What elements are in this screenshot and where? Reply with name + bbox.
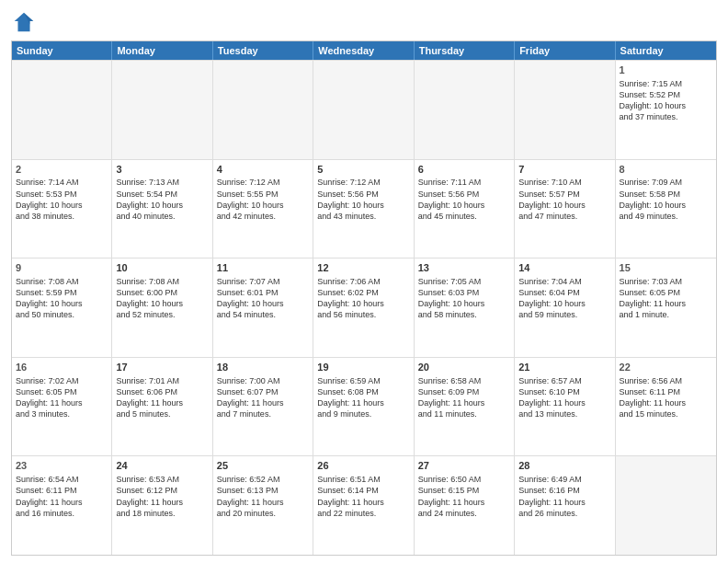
day-info: Sunrise: 6:58 AM Sunset: 6:09 PM Dayligh… xyxy=(418,376,485,419)
day-info: Sunrise: 6:53 AM Sunset: 6:12 PM Dayligh… xyxy=(116,475,183,517)
empty-cell xyxy=(313,61,414,159)
calendar: SundayMondayTuesdayWednesdayThursdayFrid… xyxy=(11,40,717,556)
day-cell-21: 21Sunrise: 6:57 AM Sunset: 6:10 PM Dayli… xyxy=(515,358,615,456)
day-info: Sunrise: 7:09 AM Sunset: 5:58 PM Dayligh… xyxy=(620,178,687,220)
day-info: Sunrise: 6:57 AM Sunset: 6:10 PM Dayligh… xyxy=(518,376,586,419)
day-cell-5: 5Sunrise: 7:12 AM Sunset: 5:56 PM Daylig… xyxy=(313,160,414,259)
day-info: Sunrise: 6:56 AM Sunset: 6:11 PM Dayligh… xyxy=(620,376,687,419)
day-number: 17 xyxy=(116,361,208,374)
day-number: 20 xyxy=(418,361,510,374)
day-number: 2 xyxy=(16,163,108,177)
header-day-tuesday: Tuesday xyxy=(213,41,313,60)
day-info: Sunrise: 6:51 AM Sunset: 6:14 PM Dayligh… xyxy=(317,475,384,517)
day-info: Sunrise: 7:04 AM Sunset: 6:04 PM Dayligh… xyxy=(518,277,586,319)
header-day-monday: Monday xyxy=(112,41,212,60)
day-cell-4: 4Sunrise: 7:12 AM Sunset: 5:55 PM Daylig… xyxy=(213,160,313,259)
day-info: Sunrise: 7:10 AM Sunset: 5:57 PM Dayligh… xyxy=(518,178,586,220)
day-info: Sunrise: 7:03 AM Sunset: 6:05 PM Dayligh… xyxy=(620,277,687,319)
day-number: 8 xyxy=(620,163,712,177)
day-info: Sunrise: 7:11 AM Sunset: 5:56 PM Dayligh… xyxy=(418,178,485,220)
day-cell-8: 8Sunrise: 7:09 AM Sunset: 5:58 PM Daylig… xyxy=(616,160,716,259)
day-cell-17: 17Sunrise: 7:01 AM Sunset: 6:06 PM Dayli… xyxy=(112,358,212,456)
day-info: Sunrise: 7:12 AM Sunset: 5:56 PM Dayligh… xyxy=(317,178,384,220)
calendar-week-5: 23Sunrise: 6:54 AM Sunset: 6:11 PM Dayli… xyxy=(12,455,716,555)
day-cell-23: 23Sunrise: 6:54 AM Sunset: 6:11 PM Dayli… xyxy=(12,456,112,555)
day-info: Sunrise: 7:08 AM Sunset: 5:59 PM Dayligh… xyxy=(16,277,83,319)
day-number: 12 xyxy=(317,261,409,275)
day-cell-1: 1Sunrise: 7:15 AM Sunset: 5:52 PM Daylig… xyxy=(616,61,716,159)
header-day-thursday: Thursday xyxy=(415,41,515,60)
day-cell-10: 10Sunrise: 7:08 AM Sunset: 6:00 PM Dayli… xyxy=(112,259,212,357)
day-cell-9: 9Sunrise: 7:08 AM Sunset: 5:59 PM Daylig… xyxy=(12,259,112,357)
day-info: Sunrise: 7:00 AM Sunset: 6:07 PM Dayligh… xyxy=(217,376,284,419)
logo xyxy=(11,9,40,35)
calendar-week-4: 16Sunrise: 7:02 AM Sunset: 6:05 PM Dayli… xyxy=(12,357,716,456)
day-cell-12: 12Sunrise: 7:06 AM Sunset: 6:02 PM Dayli… xyxy=(313,259,414,357)
day-cell-2: 2Sunrise: 7:14 AM Sunset: 5:53 PM Daylig… xyxy=(12,160,112,259)
header-day-friday: Friday xyxy=(515,41,615,60)
calendar-week-2: 2Sunrise: 7:14 AM Sunset: 5:53 PM Daylig… xyxy=(12,159,716,259)
day-info: Sunrise: 7:12 AM Sunset: 5:55 PM Dayligh… xyxy=(217,178,284,220)
day-info: Sunrise: 7:02 AM Sunset: 6:05 PM Dayligh… xyxy=(16,376,83,419)
day-number: 6 xyxy=(418,163,510,177)
day-info: Sunrise: 6:52 AM Sunset: 6:13 PM Dayligh… xyxy=(217,475,284,517)
day-cell-26: 26Sunrise: 6:51 AM Sunset: 6:14 PM Dayli… xyxy=(313,456,414,555)
day-number: 27 xyxy=(418,459,510,473)
day-info: Sunrise: 6:54 AM Sunset: 6:11 PM Dayligh… xyxy=(16,475,83,517)
day-number: 7 xyxy=(518,163,610,177)
empty-cell xyxy=(415,61,515,159)
header xyxy=(11,9,717,35)
day-number: 25 xyxy=(217,459,309,473)
day-cell-22: 22Sunrise: 6:56 AM Sunset: 6:11 PM Dayli… xyxy=(616,358,716,456)
calendar-body: 1Sunrise: 7:15 AM Sunset: 5:52 PM Daylig… xyxy=(12,60,716,555)
day-number: 4 xyxy=(217,163,309,177)
day-info: Sunrise: 7:14 AM Sunset: 5:53 PM Dayligh… xyxy=(16,178,83,220)
day-info: Sunrise: 7:07 AM Sunset: 6:01 PM Dayligh… xyxy=(217,277,284,319)
page: SundayMondayTuesdayWednesdayThursdayFrid… xyxy=(0,0,728,563)
day-number: 19 xyxy=(317,361,409,374)
day-info: Sunrise: 7:06 AM Sunset: 6:02 PM Dayligh… xyxy=(317,277,384,319)
empty-cell xyxy=(515,61,615,159)
logo-icon xyxy=(11,9,37,35)
svg-marker-0 xyxy=(15,13,34,32)
day-cell-27: 27Sunrise: 6:50 AM Sunset: 6:15 PM Dayli… xyxy=(415,456,515,555)
day-number: 28 xyxy=(518,459,610,473)
empty-cell xyxy=(112,61,212,159)
day-cell-15: 15Sunrise: 7:03 AM Sunset: 6:05 PM Dayli… xyxy=(616,259,716,357)
day-number: 9 xyxy=(16,261,108,275)
day-number: 21 xyxy=(518,361,610,374)
day-cell-19: 19Sunrise: 6:59 AM Sunset: 6:08 PM Dayli… xyxy=(313,358,414,456)
calendar-header: SundayMondayTuesdayWednesdayThursdayFrid… xyxy=(12,41,716,60)
day-cell-7: 7Sunrise: 7:10 AM Sunset: 5:57 PM Daylig… xyxy=(515,160,615,259)
day-number: 18 xyxy=(217,361,309,374)
day-info: Sunrise: 7:05 AM Sunset: 6:03 PM Dayligh… xyxy=(418,277,485,319)
day-cell-20: 20Sunrise: 6:58 AM Sunset: 6:09 PM Dayli… xyxy=(415,358,515,456)
day-cell-13: 13Sunrise: 7:05 AM Sunset: 6:03 PM Dayli… xyxy=(415,259,515,357)
empty-cell xyxy=(12,61,112,159)
day-number: 11 xyxy=(217,261,309,275)
day-number: 3 xyxy=(116,163,208,177)
day-info: Sunrise: 7:15 AM Sunset: 5:52 PM Dayligh… xyxy=(620,79,687,121)
day-number: 15 xyxy=(620,261,712,275)
day-cell-11: 11Sunrise: 7:07 AM Sunset: 6:01 PM Dayli… xyxy=(213,259,313,357)
day-number: 10 xyxy=(116,261,208,275)
day-cell-24: 24Sunrise: 6:53 AM Sunset: 6:12 PM Dayli… xyxy=(112,456,212,555)
day-cell-25: 25Sunrise: 6:52 AM Sunset: 6:13 PM Dayli… xyxy=(213,456,313,555)
day-number: 14 xyxy=(518,261,610,275)
day-info: Sunrise: 6:50 AM Sunset: 6:15 PM Dayligh… xyxy=(418,475,485,517)
day-number: 1 xyxy=(620,63,712,77)
day-info: Sunrise: 7:08 AM Sunset: 6:00 PM Dayligh… xyxy=(116,277,183,319)
day-cell-6: 6Sunrise: 7:11 AM Sunset: 5:56 PM Daylig… xyxy=(415,160,515,259)
day-number: 22 xyxy=(620,361,712,374)
day-info: Sunrise: 6:49 AM Sunset: 6:16 PM Dayligh… xyxy=(518,475,586,517)
day-cell-16: 16Sunrise: 7:02 AM Sunset: 6:05 PM Dayli… xyxy=(12,358,112,456)
day-info: Sunrise: 6:59 AM Sunset: 6:08 PM Dayligh… xyxy=(317,376,384,419)
day-number: 13 xyxy=(418,261,510,275)
day-cell-18: 18Sunrise: 7:00 AM Sunset: 6:07 PM Dayli… xyxy=(213,358,313,456)
empty-cell xyxy=(213,61,313,159)
day-number: 23 xyxy=(16,459,108,473)
day-number: 24 xyxy=(116,459,208,473)
header-day-wednesday: Wednesday xyxy=(313,41,414,60)
empty-cell xyxy=(616,456,716,555)
calendar-week-3: 9Sunrise: 7:08 AM Sunset: 5:59 PM Daylig… xyxy=(12,258,716,357)
